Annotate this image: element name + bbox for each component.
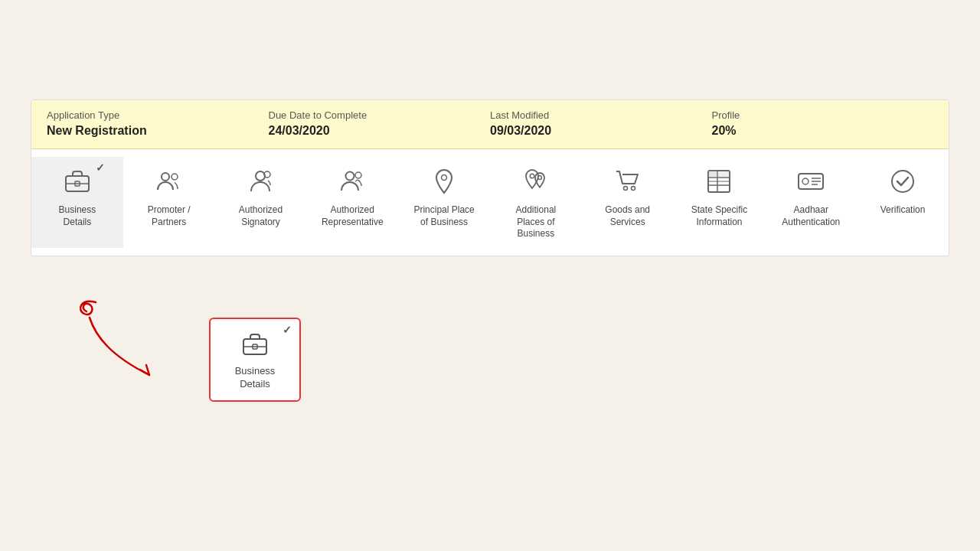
annotation-arrow bbox=[73, 295, 226, 402]
step-label-business-details: BusinessDetails bbox=[59, 204, 96, 228]
step-label-principal-place: Principal Placeof Business bbox=[413, 204, 474, 228]
application-type-col: Application Type New Registration bbox=[47, 109, 269, 138]
last-modified-col: Last Modified 09/03/2020 bbox=[490, 109, 712, 138]
authorized-representative-icon bbox=[335, 165, 369, 198]
svg-rect-20 bbox=[717, 171, 730, 178]
step-promoter-partners[interactable]: Promoter /Partners bbox=[123, 157, 215, 248]
cart-icon bbox=[611, 165, 645, 198]
document-grid-icon bbox=[702, 165, 736, 198]
due-date-col: Due Date to Complete 24/03/2020 bbox=[269, 109, 491, 138]
enlarged-briefcase-icon bbox=[239, 328, 271, 360]
svg-point-5 bbox=[256, 171, 265, 181]
step-verification[interactable]: Verification bbox=[857, 157, 949, 248]
step-principal-place[interactable]: Principal Placeof Business bbox=[398, 157, 490, 248]
svg-point-4 bbox=[172, 174, 178, 180]
step-label-verification: Verification bbox=[880, 204, 926, 217]
info-bar: Application Type New Registration Due Da… bbox=[31, 100, 949, 149]
step-label-authorized-signatory: AuthorizedSignatory bbox=[239, 204, 283, 228]
last-modified-label: Last Modified bbox=[490, 109, 712, 121]
step-business-details[interactable]: ✓ BusinessDetails bbox=[31, 157, 123, 248]
briefcase-icon bbox=[60, 165, 94, 198]
check-enlarged: ✓ bbox=[283, 324, 292, 336]
enlarged-business-label: BusinessDetails bbox=[235, 365, 276, 391]
step-label-additional-places: AdditionalPlaces ofBusiness bbox=[516, 204, 557, 240]
svg-point-22 bbox=[802, 178, 808, 184]
svg-point-10 bbox=[530, 174, 534, 178]
step-goods-services[interactable]: Goods andServices bbox=[582, 157, 674, 248]
svg-point-13 bbox=[631, 187, 635, 191]
svg-point-9 bbox=[442, 175, 447, 181]
authorized-signatory-icon bbox=[243, 165, 277, 198]
step-label-goods-services: Goods andServices bbox=[605, 204, 650, 228]
svg-point-3 bbox=[162, 173, 169, 181]
step-authorized-representative[interactable]: AuthorizedRepresentative bbox=[306, 157, 398, 248]
location-icon bbox=[427, 165, 461, 198]
step-label-authorized-representative: AuthorizedRepresentative bbox=[322, 204, 384, 228]
main-panel: Application Type New Registration Due Da… bbox=[31, 99, 949, 256]
check-business-details: ✓ bbox=[96, 161, 105, 174]
due-date-label: Due Date to Complete bbox=[269, 109, 491, 121]
step-aadhaar[interactable]: AadhaarAuthentication bbox=[765, 157, 857, 248]
svg-point-11 bbox=[537, 176, 541, 180]
due-date-value: 24/03/2020 bbox=[269, 124, 330, 137]
application-type-value: New Registration bbox=[47, 124, 147, 137]
step-state-specific[interactable]: State SpecificInformation bbox=[674, 157, 766, 248]
application-type-label: Application Type bbox=[47, 109, 269, 121]
id-card-icon bbox=[794, 165, 828, 198]
step-authorized-signatory[interactable]: AuthorizedSignatory bbox=[215, 157, 307, 248]
step-label-state-specific: State SpecificInformation bbox=[691, 204, 747, 228]
last-modified-value: 09/03/2020 bbox=[490, 124, 551, 137]
verification-icon bbox=[886, 165, 920, 198]
people-icon bbox=[152, 165, 186, 198]
step-label-promoter-partners: Promoter /Partners bbox=[148, 204, 191, 228]
svg-rect-19 bbox=[708, 171, 717, 178]
svg-point-7 bbox=[346, 172, 354, 181]
svg-point-26 bbox=[892, 171, 913, 192]
steps-bar: ✓ BusinessDetails Pr bbox=[31, 149, 949, 256]
step-additional-places[interactable]: AdditionalPlaces ofBusiness bbox=[490, 157, 582, 248]
profile-label: Profile bbox=[712, 109, 934, 121]
svg-point-8 bbox=[355, 172, 361, 178]
step-label-aadhaar: AadhaarAuthentication bbox=[782, 204, 840, 228]
multi-location-icon bbox=[519, 165, 553, 198]
profile-col: Profile 20% bbox=[712, 109, 934, 138]
svg-point-12 bbox=[623, 187, 627, 191]
profile-value: 20% bbox=[712, 124, 737, 137]
enlarged-business-details-card[interactable]: ✓ BusinessDetails bbox=[209, 318, 301, 402]
